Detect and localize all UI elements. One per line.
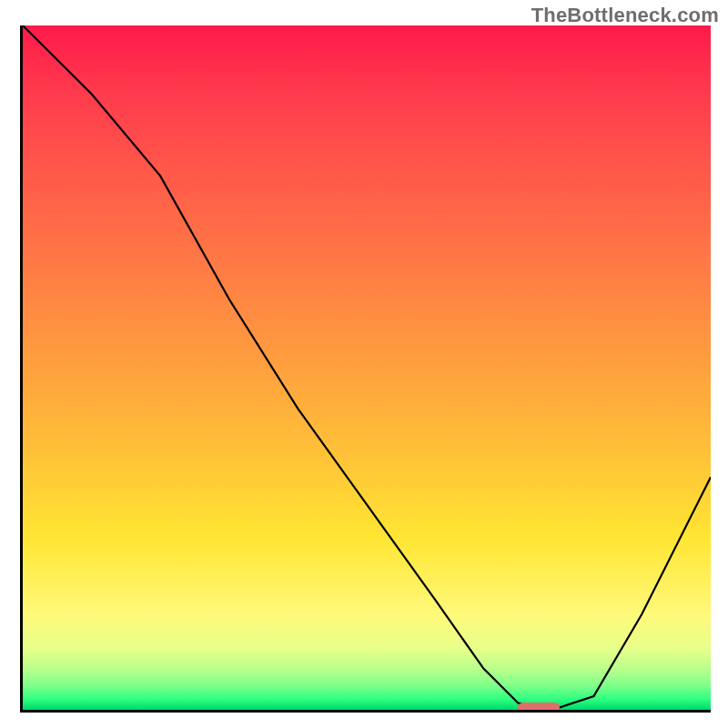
bottleneck-curve	[23, 25, 711, 710]
curve-layer	[23, 25, 711, 710]
chart-root: TheBottleneck.com	[0, 0, 728, 728]
watermark-text: TheBottleneck.com	[531, 4, 719, 27]
optimal-range-marker	[518, 703, 559, 713]
plot-area	[20, 25, 711, 713]
